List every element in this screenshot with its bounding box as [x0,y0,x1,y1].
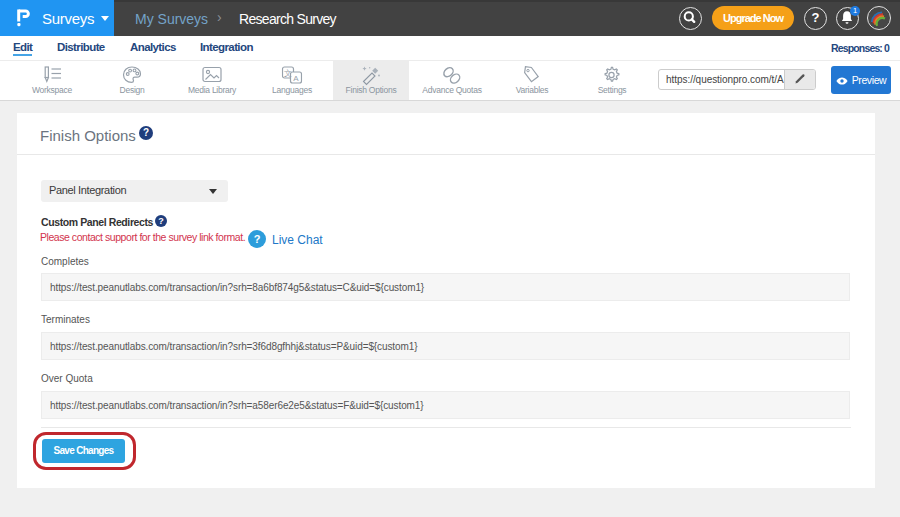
svg-text:文: 文 [284,69,292,78]
svg-text:A: A [293,74,299,83]
